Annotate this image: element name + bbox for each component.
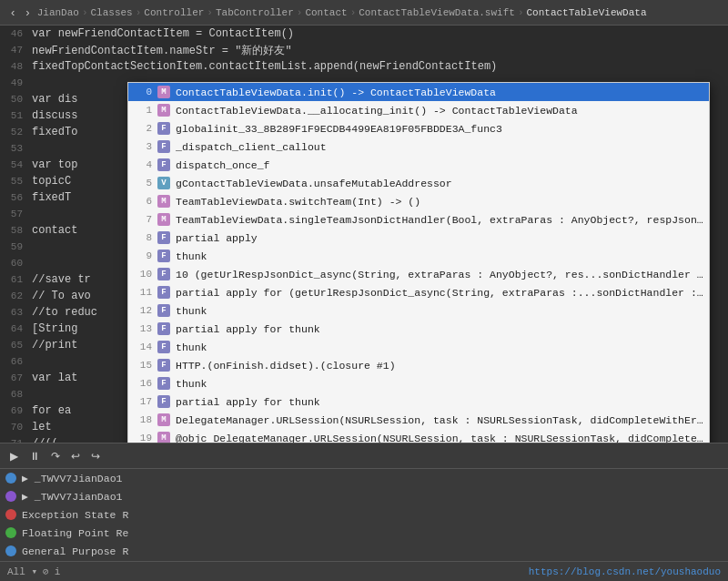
autocomplete-item[interactable]: 11 F partial apply for (getUrlRespJsonDi… [128, 283, 709, 301]
line-number: 68 [0, 389, 32, 400]
autocomplete-item[interactable]: 15 F HTTP.(onFinish.didset).(closure #1) [128, 356, 709, 374]
autocomplete-type-icon: M [157, 104, 170, 117]
autocomplete-item[interactable]: 9 F thunk [128, 247, 709, 265]
debug-continue-button[interactable]: ▶ [7, 449, 21, 464]
autocomplete-label: dispatch_once_f [176, 159, 270, 171]
code-editor[interactable]: 46var newFriendContactItem = ContactItem… [0, 25, 728, 443]
line-content: var newFriendContactItem = ContactItem() [32, 27, 294, 40]
line-number: 67 [0, 372, 32, 383]
autocomplete-item[interactable]: 12 F thunk [128, 301, 709, 320]
autocomplete-item[interactable]: 6 M TeamTableViewData.switchTeam(Int) ->… [128, 192, 709, 210]
autocomplete-type-icon: M [157, 213, 170, 226]
autocomplete-type-icon: F [157, 140, 170, 153]
autocomplete-index: 13 [134, 323, 152, 334]
debug-step-in-button[interactable]: ↩ [68, 449, 83, 464]
debug-pause-button[interactable]: ⏸ [26, 449, 43, 464]
breadcrumb-tabcontroller[interactable]: TabController [216, 7, 294, 18]
autocomplete-item[interactable]: 5 V gContactTableViewData.unsafeMutableA… [128, 174, 709, 192]
back-button[interactable]: ‹ [7, 4, 18, 21]
autocomplete-label: gContactTableViewData.unsafeMutableAddre… [176, 178, 452, 189]
debug-variable-row[interactable]: ▶ _TWVV7JianDao1 [0, 469, 728, 487]
debug-badge [5, 473, 16, 484]
breadcrumb-sep-5: › [518, 7, 524, 18]
autocomplete-item[interactable]: 7 M TeamTableViewData.singleTeamJsonDict… [128, 210, 709, 229]
breadcrumb-class[interactable]: ContactTableViewData [526, 7, 646, 18]
autocomplete-label: 10 (getUrlRespJsonDict_async(String, ext… [176, 269, 703, 280]
autocomplete-item[interactable]: 19 M @objc DelegateManager.URLSession(NS… [128, 429, 709, 443]
debug-variable-row[interactable]: Floating Point Re [0, 524, 728, 542]
autocomplete-item[interactable]: 10 F 10 (getUrlRespJsonDict_async(String… [128, 265, 709, 283]
debug-variable-row[interactable]: General Purpose R [0, 542, 728, 560]
autocomplete-index: 7 [134, 214, 152, 225]
line-content: var lat [32, 372, 77, 384]
status-all[interactable]: All ▾ [7, 566, 37, 577]
autocomplete-item[interactable]: 1 M ContactTableViewData.__allocating_in… [128, 101, 709, 119]
autocomplete-item[interactable]: 16 F thunk [128, 374, 709, 392]
debug-badge [5, 545, 16, 556]
autocomplete-item[interactable]: 18 M DelegateManager.URLSession(NSURLSes… [128, 411, 709, 429]
debug-variables: ▶ _TWVV7JianDao1 ▶ _TWVV7JianDao1 Except… [0, 469, 728, 561]
autocomplete-type-icon: F [157, 122, 170, 135]
debug-variable-row[interactable]: ▶ _TWVV7JianDao1 [0, 487, 728, 505]
forward-button[interactable]: › [22, 4, 33, 21]
debug-step-out-button[interactable]: ↪ [88, 449, 103, 464]
autocomplete-type-icon: F [157, 377, 170, 390]
line-number: 54 [0, 159, 32, 170]
line-number: 69 [0, 405, 32, 416]
breadcrumb-sep-0: › [82, 7, 88, 18]
debug-badge [5, 509, 16, 520]
breadcrumb-classes[interactable]: Classes [91, 7, 133, 18]
debug-variable-row[interactable]: Exception State R [0, 505, 728, 524]
debug-step-over-button[interactable]: ↷ [48, 449, 63, 464]
autocomplete-type-icon: M [157, 432, 170, 443]
autocomplete-label: ContactTableViewData.init() -> ContactTa… [176, 87, 496, 98]
autocomplete-label: _dispatch_client_callout [176, 141, 327, 153]
line-number: 50 [0, 94, 32, 105]
autocomplete-label: ContactTableViewData.__allocating_init()… [176, 105, 578, 117]
autocomplete-type-icon: F [157, 304, 170, 317]
autocomplete-item[interactable]: 8 F partial apply [128, 229, 709, 247]
autocomplete-dropdown[interactable]: 0 M ContactTableViewData.init() -> Conta… [127, 82, 710, 443]
autocomplete-item[interactable]: 13 F partial apply for thunk [128, 320, 709, 338]
autocomplete-item[interactable]: 17 F partial apply for thunk [128, 392, 709, 411]
autocomplete-index: 15 [134, 360, 152, 371]
autocomplete-item[interactable]: 2 F globalinit_33_8B289F1F9ECDB4499EA819… [128, 119, 709, 138]
line-number: 58 [0, 225, 32, 236]
top-toolbar: ‹ › JianDao › Classes › Controller › Tab… [0, 0, 728, 25]
breadcrumb-contact[interactable]: Contact [305, 7, 347, 18]
line-content: //(( [32, 437, 58, 443]
autocomplete-label: HTTP.(onFinish.didset).(closure #1) [176, 360, 396, 372]
line-number: 61 [0, 274, 32, 285]
breadcrumb-jiandao[interactable]: JianDao [37, 7, 79, 18]
bottom-panel: ▶ ⏸ ↷ ↩ ↪ ▶ _TWVV7JianDao1 ▶ _TWVV7JianD… [0, 443, 728, 561]
autocomplete-index: 3 [134, 141, 152, 152]
line-number: 70 [0, 422, 32, 433]
autocomplete-index: 1 [134, 105, 152, 116]
autocomplete-index: 19 [134, 433, 152, 443]
code-line: 46var newFriendContactItem = ContactItem… [0, 25, 728, 42]
autocomplete-type-icon: F [157, 395, 170, 408]
breadcrumb-file[interactable]: ContactTableViewData.swift [359, 7, 515, 18]
line-number: 65 [0, 340, 32, 351]
line-content: // To avo [32, 290, 91, 302]
breadcrumb-sep-4: › [350, 7, 357, 18]
autocomplete-item[interactable]: 3 F _dispatch_client_callout [128, 138, 709, 156]
autocomplete-item[interactable]: 4 F dispatch_once_f [128, 156, 709, 174]
line-number: 46 [0, 28, 32, 39]
autocomplete-index: 8 [134, 232, 152, 243]
autocomplete-item[interactable]: 0 M ContactTableViewData.init() -> Conta… [128, 83, 709, 101]
autocomplete-type-icon: F [157, 322, 170, 335]
line-content: fixedTopContactSectionItem.contactItemLi… [32, 60, 497, 73]
status-url: https://blog.csdn.net/youshaoduo [529, 566, 721, 577]
line-number: 51 [0, 110, 32, 121]
line-number: 52 [0, 127, 32, 138]
autocomplete-index: 5 [134, 178, 152, 189]
debug-row-text: Exception State R [22, 509, 128, 521]
bottom-toolbar: ▶ ⏸ ↷ ↩ ↪ [0, 443, 728, 469]
breadcrumb-controller[interactable]: Controller [144, 7, 204, 18]
autocomplete-item[interactable]: 14 F thunk [128, 338, 709, 356]
debug-row-text: ▶ _TWVV7JianDao1 [22, 490, 122, 503]
autocomplete-label: TeamTableViewData.switchTeam(Int) -> () [176, 196, 420, 208]
code-line: 47 newFriendContactItem.nameStr = "新的好友" [0, 42, 728, 58]
line-number: 49 [0, 77, 32, 88]
